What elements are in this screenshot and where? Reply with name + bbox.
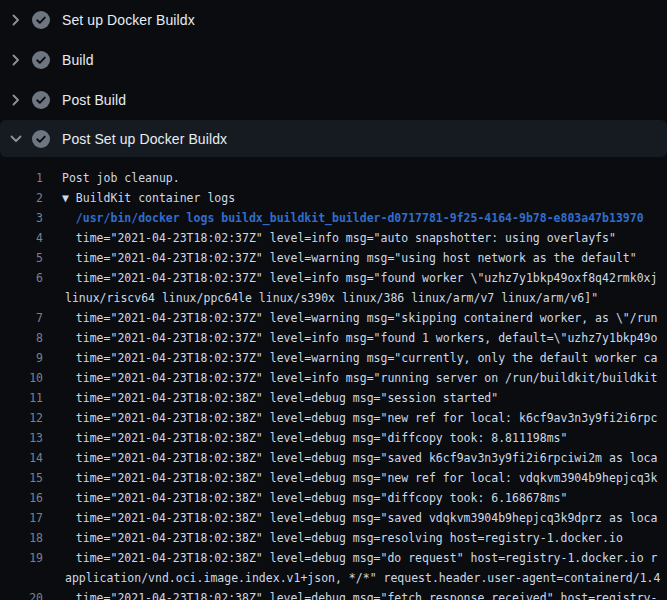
- log-line-text: linux/riscv64 linux/ppc64le linux/s390x …: [43, 288, 667, 308]
- log-line: 6 time="2021-04-23T18:02:37Z" level=info…: [0, 268, 667, 288]
- log-line-number[interactable]: 17: [0, 508, 43, 528]
- log-line: 1Post job cleanup.: [0, 168, 667, 188]
- log-line-number[interactable]: 8: [0, 328, 43, 348]
- log-line-number[interactable]: 19: [0, 548, 43, 568]
- log-line: 2▼ BuildKit container logs: [0, 188, 667, 208]
- log-line: 18 time="2021-04-23T18:02:38Z" level=deb…: [0, 528, 667, 548]
- log-line: 19 time="2021-04-23T18:02:38Z" level=deb…: [0, 548, 667, 568]
- log-line: 11 time="2021-04-23T18:02:38Z" level=deb…: [0, 388, 667, 408]
- log-line-number[interactable]: 6: [0, 268, 43, 288]
- step-row-post-build[interactable]: Post Build: [0, 80, 667, 120]
- log-line-text: Post job cleanup.: [43, 168, 667, 188]
- step-title: Set up Docker Buildx: [62, 12, 195, 28]
- log-line: 4 time="2021-04-23T18:02:37Z" level=info…: [0, 228, 667, 248]
- log-line: 13 time="2021-04-23T18:02:38Z" level=deb…: [0, 428, 667, 448]
- log-line-number[interactable]: 9: [0, 348, 43, 368]
- step-title: Build: [62, 52, 94, 68]
- log-command-text: /usr/bin/docker logs buildx_buildkit_bui…: [43, 208, 667, 228]
- log-line-number: [0, 288, 43, 308]
- check-circle-icon: [32, 11, 50, 29]
- log-line-number[interactable]: 14: [0, 448, 43, 468]
- log-line-number[interactable]: 18: [0, 528, 43, 548]
- log-line: 14 time="2021-04-23T18:02:38Z" level=deb…: [0, 448, 667, 468]
- log-line: 3 /usr/bin/docker logs buildx_buildkit_b…: [0, 208, 667, 228]
- log-line: 20 time="2021-04-23T18:02:38Z" level=deb…: [0, 588, 667, 600]
- log-line-text: time="2021-04-23T18:02:38Z" level=debug …: [43, 588, 667, 600]
- log-line: 15 time="2021-04-23T18:02:38Z" level=deb…: [0, 468, 667, 488]
- step-row-build[interactable]: Build: [0, 40, 667, 80]
- log-line-number[interactable]: 3: [0, 208, 43, 228]
- log-line: 10 time="2021-04-23T18:02:37Z" level=inf…: [0, 368, 667, 388]
- check-circle-icon: [32, 130, 50, 148]
- log-line-number[interactable]: 20: [0, 588, 43, 600]
- log-line-text: time="2021-04-23T18:02:37Z" level=info m…: [43, 268, 667, 288]
- log-line-text: time="2021-04-23T18:02:37Z" level=warnin…: [43, 308, 667, 328]
- chevron-down-icon: [8, 131, 24, 147]
- check-circle-icon: [32, 51, 50, 69]
- log-line-text: time="2021-04-23T18:02:38Z" level=debug …: [43, 488, 667, 508]
- log-line: 5 time="2021-04-23T18:02:37Z" level=warn…: [0, 248, 667, 268]
- log-line-number[interactable]: 10: [0, 368, 43, 388]
- log-line: 7 time="2021-04-23T18:02:37Z" level=warn…: [0, 308, 667, 328]
- log-line-text: time="2021-04-23T18:02:38Z" level=debug …: [43, 408, 667, 428]
- chevron-right-icon: [8, 92, 24, 108]
- log-line: 9 time="2021-04-23T18:02:37Z" level=warn…: [0, 348, 667, 368]
- log-line-text: time="2021-04-23T18:02:38Z" level=debug …: [43, 448, 667, 468]
- log-line-number: [0, 568, 43, 588]
- log-line-text: application/vnd.oci.image.index.v1+json,…: [43, 568, 667, 588]
- log-line-number[interactable]: 1: [0, 168, 43, 188]
- step-title: Post Set up Docker Buildx: [62, 131, 227, 147]
- log-line-number[interactable]: 15: [0, 468, 43, 488]
- log-line-text: time="2021-04-23T18:02:38Z" level=debug …: [43, 388, 667, 408]
- log-line: 16 time="2021-04-23T18:02:38Z" level=deb…: [0, 488, 667, 508]
- log-group-toggle[interactable]: ▼ BuildKit container logs: [43, 188, 667, 208]
- log-line-text: time="2021-04-23T18:02:38Z" level=debug …: [43, 548, 667, 568]
- log-line-number[interactable]: 11: [0, 388, 43, 408]
- log-line-number[interactable]: 4: [0, 228, 43, 248]
- log-line-number[interactable]: 5: [0, 248, 43, 268]
- step-list: Set up Docker BuildxBuildPost BuildPost …: [0, 0, 667, 157]
- log-line-text: time="2021-04-23T18:02:37Z" level=info m…: [43, 228, 667, 248]
- check-circle-icon: [32, 91, 50, 109]
- log-line-number[interactable]: 2: [0, 188, 43, 208]
- log-line: linux/riscv64 linux/ppc64le linux/s390x …: [0, 288, 667, 308]
- log-output: 1Post job cleanup.2▼ BuildKit container …: [0, 157, 667, 600]
- log-line-number[interactable]: 16: [0, 488, 43, 508]
- log-line: 8 time="2021-04-23T18:02:37Z" level=info…: [0, 328, 667, 348]
- step-title: Post Build: [62, 92, 126, 108]
- actions-log-viewer: Set up Docker BuildxBuildPost BuildPost …: [0, 0, 667, 600]
- step-row-set-up-docker-buildx[interactable]: Set up Docker Buildx: [0, 0, 667, 40]
- log-line: 12 time="2021-04-23T18:02:38Z" level=deb…: [0, 408, 667, 428]
- log-line-text: time="2021-04-23T18:02:38Z" level=debug …: [43, 508, 667, 528]
- log-line-number[interactable]: 12: [0, 408, 43, 428]
- log-line: application/vnd.oci.image.index.v1+json,…: [0, 568, 667, 588]
- log-line-text: time="2021-04-23T18:02:38Z" level=debug …: [43, 468, 667, 488]
- log-line-text: time="2021-04-23T18:02:38Z" level=debug …: [43, 428, 667, 448]
- log-line: 17 time="2021-04-23T18:02:38Z" level=deb…: [0, 508, 667, 528]
- log-line-number[interactable]: 13: [0, 428, 43, 448]
- log-line-text: time="2021-04-23T18:02:37Z" level=info m…: [43, 368, 667, 388]
- log-line-text: time="2021-04-23T18:02:37Z" level=warnin…: [43, 248, 667, 268]
- log-line-text: time="2021-04-23T18:02:38Z" level=debug …: [43, 528, 667, 548]
- step-row-post-set-up-docker-buildx[interactable]: Post Set up Docker Buildx: [0, 120, 667, 157]
- chevron-right-icon: [8, 52, 24, 68]
- chevron-right-icon: [8, 12, 24, 28]
- log-line-number[interactable]: 7: [0, 308, 43, 328]
- log-line-text: time="2021-04-23T18:02:37Z" level=warnin…: [43, 348, 667, 368]
- log-line-text: time="2021-04-23T18:02:37Z" level=info m…: [43, 328, 667, 348]
